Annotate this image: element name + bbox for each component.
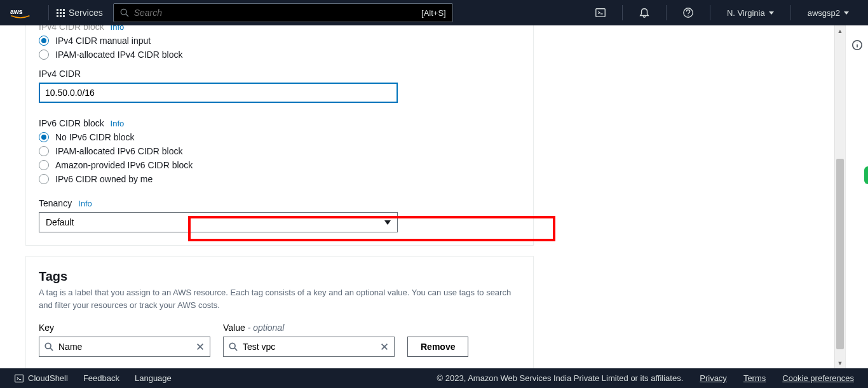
ipv6-owned-radio[interactable]: IPv6 CIDR owned by me (39, 174, 520, 184)
help-button[interactable] (674, 0, 702, 25)
radio-label: IPv6 CIDR owned by me (55, 174, 153, 184)
radio-icon (39, 36, 49, 46)
radio-label: No IPv6 CIDR block (55, 132, 134, 142)
divider (710, 5, 710, 20)
tenancy-label: Tenancy Info (39, 198, 520, 208)
tenancy-value: Default (46, 217, 74, 227)
ipv6-ipam-radio[interactable]: IPAM-allocated IPv6 CIDR block (39, 146, 520, 156)
ipv4-cidr-label: IPv4 CIDR (39, 69, 520, 79)
feedback-tab[interactable] (864, 166, 868, 184)
language-link[interactable]: Language (135, 373, 172, 383)
svg-line-6 (50, 348, 53, 351)
search-shortcut: [Alt+S] (421, 8, 446, 18)
svg-line-2 (126, 14, 128, 17)
user-menu[interactable]: awsgsp2 (799, 8, 858, 18)
search-icon (120, 8, 129, 17)
ipv4-manual-radio[interactable]: IPv4 CIDR manual input (39, 36, 520, 46)
footer: CloudShell Feedback Language © 2023, Ama… (0, 368, 868, 388)
search-box[interactable]: [Alt+S] (113, 3, 453, 22)
cloudshell-icon-button[interactable] (587, 0, 614, 25)
svg-text:aws: aws (10, 8, 23, 15)
vertical-scrollbar[interactable]: ▲ ▼ (834, 25, 845, 368)
chevron-down-icon (769, 11, 774, 15)
ipv4-block-label: IPv4 CIDR block Info (39, 25, 520, 32)
tags-title: Tags (39, 269, 520, 284)
tag-value-input[interactable] (243, 342, 380, 352)
region-label: N. Virginia (727, 8, 765, 18)
remove-tag-button[interactable]: Remove (407, 337, 468, 357)
ipv6-amazon-radio[interactable]: Amazon-provided IPv6 CIDR block (39, 160, 520, 170)
clear-icon[interactable] (196, 342, 205, 351)
region-selector[interactable]: N. Virginia (718, 8, 783, 18)
radio-icon (39, 146, 49, 156)
ipv4-ipam-radio[interactable]: IPAM-allocated IPv4 CIDR block (39, 50, 520, 60)
divider (622, 5, 623, 20)
search-input[interactable] (134, 8, 421, 18)
svg-point-5 (45, 343, 51, 349)
tags-desc: A tag is a label that you assign to an A… (39, 286, 520, 311)
aws-logo[interactable]: aws (10, 6, 31, 19)
ipv6-block-label: IPv6 CIDR block Info (39, 118, 520, 128)
scroll-thumb[interactable] (836, 159, 844, 349)
tags-panel: Tags A tag is a label that you assign to… (25, 256, 534, 368)
tag-key-label: Key (39, 323, 210, 333)
info-link[interactable]: Info (111, 25, 125, 32)
grid-icon (57, 9, 65, 17)
user-label: awsgsp2 (808, 8, 840, 18)
radio-label: Amazon-provided IPv6 CIDR block (55, 160, 193, 170)
feedback-link[interactable]: Feedback (83, 373, 119, 383)
divider (790, 5, 791, 20)
svg-point-1 (121, 9, 126, 15)
divider (48, 5, 49, 20)
divider (666, 5, 667, 20)
radio-icon (39, 132, 49, 142)
tag-value-input-wrap[interactable] (223, 337, 395, 357)
radio-icon (39, 160, 49, 170)
notifications-button[interactable] (630, 0, 658, 25)
info-icon (851, 39, 863, 51)
chevron-down-icon (384, 220, 391, 225)
chevron-down-icon (844, 11, 849, 15)
search-icon (44, 342, 53, 351)
info-link[interactable]: Info (111, 119, 125, 128)
scroll-down-icon[interactable]: ▼ (835, 358, 845, 368)
cloudshell-link[interactable]: CloudShell (14, 373, 68, 384)
tenancy-select[interactable]: Default (39, 212, 398, 232)
radio-label: IPAM-allocated IPv4 CIDR block (55, 50, 182, 60)
tag-key-input[interactable] (58, 342, 196, 352)
svg-line-10 (234, 348, 237, 351)
radio-label: IPAM-allocated IPv6 CIDR block (55, 146, 182, 156)
ipv4-cidr-input[interactable] (39, 83, 398, 103)
tag-key-input-wrap[interactable] (39, 337, 210, 357)
radio-icon (39, 50, 49, 60)
services-label: Services (69, 8, 103, 18)
privacy-link[interactable]: Privacy (700, 373, 727, 383)
tag-value-label: Value - optional (223, 323, 395, 333)
clear-icon[interactable] (380, 342, 389, 351)
cookies-link[interactable]: Cookie preferences (782, 373, 854, 383)
ipv6-none-radio[interactable]: No IPv6 CIDR block (39, 132, 520, 142)
search-icon (229, 342, 238, 351)
main-area: IPv4 CIDR block Info IPv4 CIDR manual in… (0, 25, 868, 368)
top-nav: aws Services [Alt+S] N. Virginia awsgsp2 (0, 0, 868, 25)
scroll-up-icon[interactable]: ▲ (835, 25, 845, 36)
radio-label: IPv4 CIDR manual input (55, 36, 151, 46)
terms-link[interactable]: Terms (743, 373, 766, 383)
vpc-settings-panel: IPv4 CIDR block Info IPv4 CIDR manual in… (25, 25, 534, 246)
copyright: © 2023, Amazon Web Services India Privat… (437, 373, 684, 383)
services-button[interactable]: Services (57, 8, 103, 18)
info-link[interactable]: Info (78, 199, 92, 208)
help-panel-collapsed[interactable] (845, 25, 868, 368)
svg-point-9 (229, 343, 235, 349)
radio-icon (39, 174, 49, 184)
